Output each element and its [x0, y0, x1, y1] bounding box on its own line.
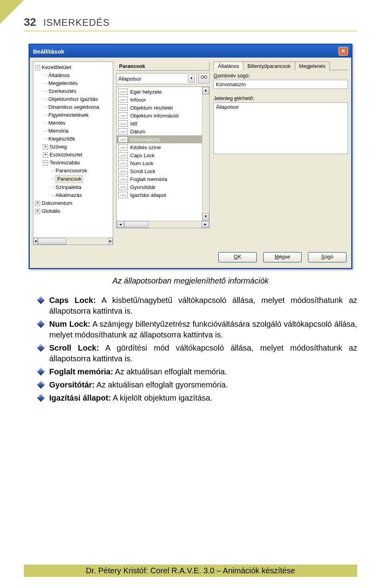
list-item[interactable]: ▭▭Igazítási állapot — [117, 191, 209, 199]
tree-item[interactable]: ⋯Alkalmazás — [34, 191, 112, 199]
command-icon: ▭▭ — [118, 176, 128, 182]
scroll-left-icon[interactable]: ◄ — [117, 221, 124, 228]
scroll-right-icon[interactable]: ► — [202, 221, 209, 228]
list-item[interactable]: ▭▭Caps Lock — [117, 151, 209, 159]
command-icon: ▭▭ — [118, 144, 128, 150]
category-combo[interactable]: Állapotsor ▾ — [116, 73, 197, 84]
tree-node-eszkoz[interactable]: +Eszközkészlet — [34, 151, 112, 159]
tree-item[interactable]: ⋯Figyelmeztetések — [34, 111, 112, 119]
list-item[interactable]: ▭▭Objektum információi — [117, 112, 209, 120]
category-tree[interactable]: − Kezelőfelület ⋯Általános ⋯Megjelenítés… — [33, 62, 113, 245]
list-item[interactable]: ▭▭Foglalt memória — [117, 175, 209, 183]
tree-item[interactable]: ⋯Memória — [34, 127, 112, 135]
settings-dialog: Beállítások ✕ − Kezelőfelület ⋯Általános… — [29, 44, 352, 269]
list-item[interactable]: ▭▭Gyorsítótár — [117, 183, 209, 191]
diamond-bullet-icon — [37, 344, 45, 352]
list-item[interactable]: ▭▭Dátum — [117, 127, 209, 135]
tab-keyboard[interactable]: Billentyűparancsok — [243, 62, 295, 70]
body-list-item: Igazítási állapot: A kijelölt objektum i… — [38, 393, 357, 403]
tab-appearance[interactable]: Megjelenés — [295, 62, 330, 70]
command-icon: ▭▭ — [118, 96, 128, 103]
chevron-down-icon[interactable]: ▾ — [188, 75, 195, 83]
tree-node-globalis[interactable]: +Globális — [34, 207, 112, 215]
collapse-icon[interactable]: − — [35, 65, 40, 70]
tree-node-szoveg[interactable]: +Szöveg — [34, 143, 112, 151]
search-icon[interactable] — [198, 73, 210, 83]
list-item[interactable]: ▭▭Kitöltés színe — [117, 143, 209, 151]
body-list-item: Scroll Lock: A gördítési mód váltókapcso… — [38, 343, 357, 364]
list-item-label: Igazítási állapot — [130, 192, 166, 198]
diamond-bullet-icon — [37, 381, 45, 389]
list-hscroll[interactable]: ◄ ► — [117, 221, 209, 228]
command-icon: ▭▭ — [118, 152, 128, 158]
tree-item[interactable]: ⋯Dinamikus segédvona — [34, 103, 112, 111]
tree-item[interactable]: ⋯Objektumhoz igazítás — [34, 95, 112, 103]
list-item-label: Kitöltés színe — [130, 145, 161, 150]
diamond-bullet-icon — [37, 394, 45, 402]
button-name-help-input[interactable]: Körvonalszín — [214, 80, 348, 89]
list-item[interactable]: ▭▭Infósor — [117, 96, 209, 104]
expand-icon[interactable]: + — [35, 201, 40, 206]
tree-node-kezelofelulet[interactable]: − Kezelőfelület — [34, 64, 112, 71]
tab-general[interactable]: Általános — [214, 62, 243, 70]
tree-item[interactable]: ⋯Általános — [34, 71, 112, 79]
list-item[interactable]: ▭▭Num Lock — [117, 159, 209, 167]
cancel-button[interactable]: Mégse — [263, 252, 302, 262]
tree-node-dokumentum[interactable]: +Dokumentum — [34, 199, 112, 207]
currently-available-input[interactable]: Állapotsor — [214, 102, 348, 154]
list-item-label: Num Lock — [130, 160, 154, 166]
list-item[interactable]: ▭▭Idő — [117, 120, 209, 127]
page-footer: Dr. Pétery Kristóf: Corel R.A.V.E. 3.0 –… — [24, 565, 357, 577]
diamond-bullet-icon — [37, 296, 45, 304]
tree-item-parancsok[interactable]: ⋯Parancsok — [34, 175, 112, 183]
command-icon: ▭▭ — [118, 89, 128, 95]
tree-item[interactable]: ⋯Megjelenítés — [34, 79, 112, 87]
diamond-bullet-icon — [37, 320, 45, 328]
tree-node-testre[interactable]: −Testreszabás — [34, 159, 112, 167]
list-vscroll[interactable]: ▲ ▼ — [202, 87, 209, 221]
tree-item[interactable]: ⋯Parancssorok — [34, 167, 112, 175]
tree-item[interactable]: ⋯Szerkesztés — [34, 87, 112, 95]
list-item[interactable]: ▭▭Egér helyzete — [117, 88, 209, 96]
scroll-thumb[interactable] — [124, 221, 149, 228]
command-icon: ▭▭ — [118, 184, 128, 190]
list-item-label: Objektum információi — [130, 113, 179, 119]
list-item-label: Körvonalszín — [130, 137, 160, 143]
expand-icon[interactable]: + — [43, 145, 48, 150]
expand-icon[interactable]: + — [35, 209, 40, 214]
commands-listbox[interactable]: ▭▭Egér helyzete▭▭Infósor▭▭Objektum részl… — [116, 87, 210, 228]
tree-hscroll[interactable]: ◄ ► — [33, 237, 113, 245]
list-item[interactable]: ▭▭Körvonalszín — [117, 135, 209, 143]
list-item-label: Gyorsítótár — [130, 184, 156, 190]
command-icon: ▭▭ — [118, 168, 128, 174]
list-item[interactable]: ▭▭Objektum részletei — [117, 104, 209, 112]
command-icon: ▭▭ — [118, 160, 128, 166]
list-item-label: Infósor — [130, 97, 146, 103]
commands-group-header: Parancsok — [116, 62, 210, 71]
scroll-right-icon[interactable]: ► — [108, 238, 113, 245]
dialog-titlebar[interactable]: Beállítások ✕ — [30, 45, 351, 58]
svg-point-0 — [201, 76, 204, 79]
command-icon: ▭▭ — [118, 136, 128, 143]
scroll-thumb[interactable] — [38, 238, 66, 245]
list-item-label: Objektum részletei — [130, 105, 173, 111]
svg-point-1 — [204, 76, 207, 79]
tree-item[interactable]: ⋯Kiegészítők — [34, 135, 112, 143]
scroll-down-icon[interactable]: ▼ — [202, 213, 209, 221]
tree-item[interactable]: ⋯Színpaletta — [34, 183, 112, 191]
tree-item[interactable]: ⋯Mentés — [34, 119, 112, 127]
expand-icon[interactable]: + — [43, 152, 48, 158]
currently-available-label: Jelenleg elérhető: — [214, 95, 348, 101]
tabs: Általános Billentyűparancsok Megjelenés — [214, 62, 348, 70]
list-item-label: Foglalt memória — [130, 176, 167, 182]
body-list-item: Gyorsítótár: Az aktuálisan elfoglalt gyo… — [38, 380, 357, 390]
list-item-label: Idő — [130, 121, 137, 127]
help-button[interactable]: Súgó — [308, 252, 346, 262]
scroll-up-icon[interactable]: ▲ — [202, 87, 209, 94]
list-item[interactable]: ▭▭Scroll Lock — [117, 167, 209, 175]
ok-button[interactable]: OK — [218, 252, 257, 262]
figure-caption: Az állapotsorban megjeleníthető informác… — [24, 276, 357, 285]
close-icon[interactable]: ✕ — [339, 47, 348, 56]
scroll-left-icon[interactable]: ◄ — [33, 238, 38, 245]
collapse-icon[interactable]: − — [43, 160, 48, 166]
